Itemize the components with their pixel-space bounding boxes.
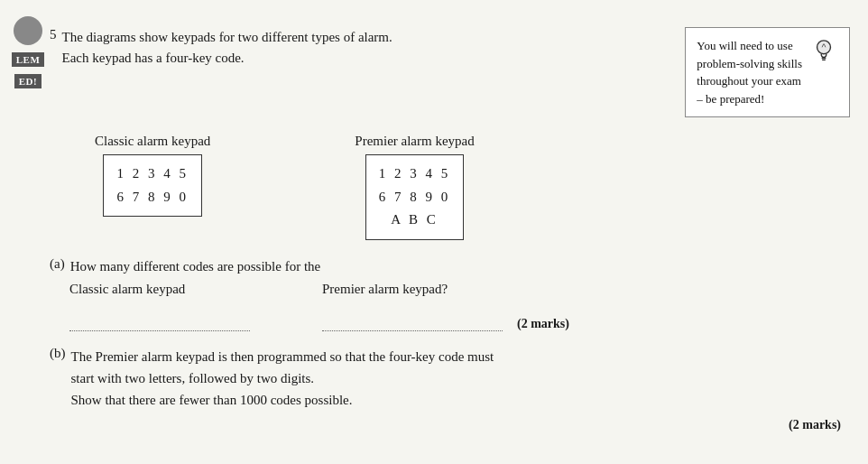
- part-a-identifier: (a): [50, 256, 65, 272]
- answer-line-classic[interactable]: [69, 311, 250, 331]
- part-a-classic-sublabel: Classic alarm keypad: [69, 282, 322, 297]
- sidebar-circle: [14, 16, 42, 45]
- tip-line3: throughout your exam: [697, 74, 801, 88]
- classic-keypad-label: Classic alarm keypad: [95, 134, 210, 149]
- sidebar: LEM ED!: [0, 0, 47, 464]
- question-intro: The diagrams show keypads for two differ…: [62, 27, 392, 68]
- part-a-text: How many different codes are possible fo…: [70, 256, 850, 277]
- tip-line2: problem-solving skills: [697, 57, 802, 70]
- part-a-section: (a) How many different codes are possibl…: [50, 256, 850, 332]
- part-b-marks: (2 marks): [789, 418, 841, 432]
- premier-row3: A B C: [379, 209, 451, 232]
- sidebar-tag-lem: LEM: [12, 52, 45, 67]
- question-text: 5 The diagrams show keypads for two diff…: [50, 27, 573, 68]
- page-container: LEM ED! 5 The diagrams show keypads for …: [0, 0, 868, 464]
- classic-row1: 1 2 3 4 5: [116, 162, 189, 186]
- bulb-icon: [811, 39, 836, 64]
- sidebar-tag-ed: ED!: [14, 74, 42, 88]
- question-header: 5 The diagrams show keypads for two diff…: [50, 27, 850, 117]
- part-b-marks-row: (2 marks): [50, 418, 850, 432]
- part-a-premier-sublabel: Premier alarm keypad?: [322, 282, 448, 297]
- premier-row1: 1 2 3 4 5: [379, 162, 451, 186]
- premier-keypad-label: Premier alarm keypad: [355, 134, 474, 149]
- bulb-icon-container: [809, 37, 838, 66]
- premier-keypad-box: 1 2 3 4 5 6 7 8 9 0 A B C: [365, 154, 465, 240]
- part-b-identifier: (b): [50, 346, 66, 361]
- tip-box: You will need to use problem-solving ski…: [685, 27, 850, 117]
- tip-line1: You will need to use: [697, 39, 792, 52]
- part-b-section: (b) The Premier alarm keypad is then pro…: [50, 346, 850, 411]
- part-b-text-block: The Premier alarm keypad is then program…: [71, 346, 494, 411]
- part-b-line3: Show that there are fewer than 1000 code…: [71, 389, 494, 411]
- premier-keypad-group: Premier alarm keypad 1 2 3 4 5 6 7 8 9 0…: [355, 134, 474, 240]
- part-b-line1: The Premier alarm keypad is then program…: [71, 346, 494, 367]
- tip-line4: – be prepared!: [697, 92, 764, 106]
- part-a-marks: (2 marks): [517, 317, 569, 331]
- classic-keypad-box: 1 2 3 4 5 6 7 8 9 0: [103, 154, 202, 217]
- classic-keypad-group: Classic alarm keypad 1 2 3 4 5 6 7 8 9 0: [95, 134, 210, 217]
- answer-line-premier[interactable]: [322, 311, 503, 331]
- question-number: 5: [50, 27, 57, 42]
- question-intro-line2: Each keypad has a four-key code.: [62, 48, 392, 69]
- premier-row2: 6 7 8 9 0: [379, 186, 451, 209]
- tip-text: You will need to use problem-solving ski…: [697, 37, 802, 107]
- svg-point-0: [817, 41, 831, 54]
- question-intro-line1: The diagrams show keypads for two differ…: [62, 27, 392, 48]
- classic-row2: 6 7 8 9 0: [116, 186, 189, 209]
- main-content: 5 The diagrams show keypads for two diff…: [50, 18, 850, 432]
- part-b-line2: start with two letters, followed by two …: [71, 367, 494, 389]
